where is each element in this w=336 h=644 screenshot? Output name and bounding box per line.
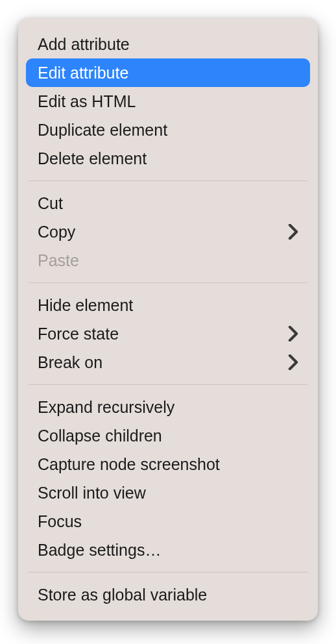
menu-item-label: Edit attribute <box>38 64 128 82</box>
menu-item-label: Duplicate element <box>38 121 167 140</box>
menu-item-label: Add attribute <box>38 35 130 54</box>
menu-item-badge-settings[interactable]: Badge settings… <box>18 536 318 564</box>
menu-group: Expand recursively Collapse children Cap… <box>18 389 318 568</box>
menu-item-duplicate-element[interactable]: Duplicate element <box>18 116 318 144</box>
menu-item-focus[interactable]: Focus <box>18 507 318 536</box>
menu-item-label: Edit as HTML <box>38 92 136 111</box>
menu-item-collapse-children[interactable]: Collapse children <box>18 421 318 450</box>
menu-item-scroll-into-view[interactable]: Scroll into view <box>18 478 318 507</box>
menu-item-paste: Paste <box>18 246 318 275</box>
menu-item-capture-node-screenshot[interactable]: Capture node screenshot <box>18 450 318 478</box>
menu-item-label: Copy <box>38 223 75 242</box>
chevron-right-icon <box>288 326 298 341</box>
menu-item-label: Force state <box>38 325 119 343</box>
menu-item-label: Badge settings… <box>38 541 161 560</box>
menu-item-edit-attribute[interactable]: Edit attribute <box>26 58 310 87</box>
menu-item-add-attribute[interactable]: Add attribute <box>18 30 318 58</box>
menu-divider <box>29 384 307 385</box>
menu-item-label: Store as global variable <box>38 586 207 604</box>
menu-item-label: Scroll into view <box>38 484 146 502</box>
menu-group: Store as global variable <box>18 576 318 613</box>
menu-group: Cut Copy Paste <box>18 185 318 279</box>
menu-item-label: Capture node screenshot <box>38 455 220 474</box>
menu-item-label: Delete element <box>38 149 147 168</box>
menu-item-expand-recursively[interactable]: Expand recursively <box>18 393 318 421</box>
menu-item-edit-as-html[interactable]: Edit as HTML <box>18 87 318 116</box>
menu-item-label: Paste <box>38 251 79 270</box>
menu-divider <box>29 180 307 181</box>
context-menu: Add attribute Edit attribute Edit as HTM… <box>18 18 318 621</box>
menu-item-label: Hide element <box>38 296 133 315</box>
menu-item-store-as-global-variable[interactable]: Store as global variable <box>18 580 318 609</box>
menu-item-label: Focus <box>38 512 82 531</box>
menu-item-hide-element[interactable]: Hide element <box>18 291 318 319</box>
menu-item-copy[interactable]: Copy <box>18 217 318 246</box>
chevron-right-icon <box>288 354 298 370</box>
menu-item-cut[interactable]: Cut <box>18 189 318 217</box>
menu-divider <box>29 282 307 283</box>
menu-item-label: Break on <box>38 353 102 372</box>
menu-item-break-on[interactable]: Break on <box>18 348 318 377</box>
menu-group: Add attribute Edit attribute Edit as HTM… <box>18 26 318 177</box>
menu-item-label: Collapse children <box>38 427 162 445</box>
chevron-right-icon <box>288 224 298 240</box>
menu-item-delete-element[interactable]: Delete element <box>18 144 318 173</box>
menu-item-label: Expand recursively <box>38 398 174 417</box>
menu-item-force-state[interactable]: Force state <box>18 319 318 348</box>
menu-item-label: Cut <box>38 194 63 213</box>
menu-divider <box>29 572 307 573</box>
menu-group: Hide element Force state Break on <box>18 287 318 380</box>
